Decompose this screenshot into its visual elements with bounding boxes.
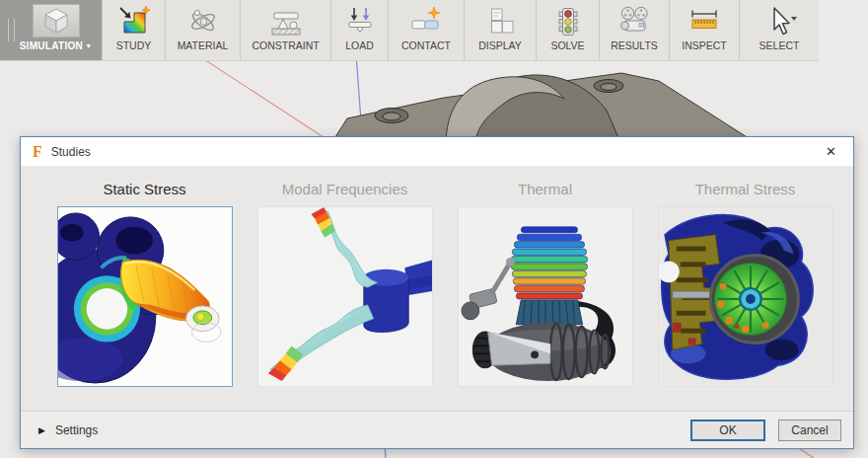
select-icon bbox=[760, 5, 799, 38]
toolbar-item-select[interactable]: SELECT bbox=[740, 0, 819, 60]
toolbar-item-display[interactable]: DISPLAY bbox=[465, 0, 537, 60]
toolbar-item-label: RESULTS bbox=[611, 39, 658, 51]
toolbar-item-material[interactable]: MATERIAL bbox=[166, 0, 241, 60]
toolbar-item-inspect[interactable]: INSPECT bbox=[670, 0, 740, 60]
toolbar-item-label: MATERIAL bbox=[178, 39, 229, 51]
toolbar-item-label: SOLVE bbox=[550, 39, 584, 51]
inspect-icon bbox=[687, 4, 721, 39]
fusion-logo-icon: F bbox=[33, 144, 42, 160]
toolbar-drag-handle[interactable] bbox=[8, 19, 15, 41]
workspace-switch-button[interactable] bbox=[33, 4, 80, 38]
toolbar-item-solve[interactable]: SOLVE bbox=[537, 0, 600, 60]
study-name: Thermal Stress bbox=[695, 181, 796, 197]
load-icon bbox=[343, 4, 377, 39]
toolbar-item-results[interactable]: RESULTS bbox=[600, 0, 670, 60]
tab-simulation[interactable]: SIMULATION ▼ bbox=[0, 0, 103, 60]
app-window: SIMULATION ▼ STUDY bbox=[0, 0, 868, 458]
constraint-icon bbox=[267, 4, 305, 39]
chevron-down-icon bbox=[791, 17, 797, 21]
cancel-button[interactable]: Cancel bbox=[778, 420, 841, 441]
expand-triangle-icon: ▶ bbox=[38, 425, 45, 435]
settings-expander[interactable]: ▶ Settings bbox=[38, 423, 98, 437]
toolbar-item-label: CONSTRAINT bbox=[252, 39, 319, 51]
cube-icon bbox=[36, 6, 76, 36]
settings-label: Settings bbox=[55, 423, 98, 437]
display-icon bbox=[483, 4, 517, 39]
chevron-down-icon: ▼ bbox=[85, 42, 92, 49]
thermal-preview[interactable] bbox=[458, 206, 633, 387]
thermal-stress-preview[interactable] bbox=[658, 206, 833, 387]
toolbar-item-load[interactable]: LOAD bbox=[331, 0, 389, 60]
toolbar-item-study[interactable]: STUDY bbox=[103, 0, 166, 60]
studies-dialog: F Studies ✕ Static Stress bbox=[20, 136, 854, 449]
study-name: Thermal bbox=[518, 181, 572, 197]
study-option-modal-frequencies: Modal Frequencies bbox=[245, 181, 445, 387]
3d-model-bracket bbox=[333, 73, 752, 140]
contact-icon bbox=[407, 4, 445, 39]
dialog-title: Studies bbox=[51, 145, 91, 159]
toolbar-item-contact[interactable]: CONTACT bbox=[389, 0, 465, 60]
simulation-toolbar: SIMULATION ▼ STUDY bbox=[0, 0, 819, 61]
toolbar-item-label: STUDY bbox=[116, 39, 152, 51]
dialog-titlebar: F Studies ✕ bbox=[21, 137, 853, 167]
solve-icon bbox=[551, 4, 585, 39]
toolbar-item-label: SELECT bbox=[760, 39, 800, 51]
toolbar-item-constraint[interactable]: CONSTRAINT bbox=[241, 0, 331, 60]
toolbar-item-label: INSPECT bbox=[682, 39, 727, 51]
close-icon[interactable]: ✕ bbox=[819, 142, 843, 161]
toolbar-item-label: DISPLAY bbox=[478, 39, 522, 51]
dialog-footer: ▶ Settings OK Cancel bbox=[21, 411, 853, 448]
study-option-thermal: Thermal bbox=[445, 181, 645, 387]
results-icon bbox=[615, 4, 653, 39]
study-icon bbox=[117, 4, 151, 39]
study-name: Modal Frequencies bbox=[282, 181, 408, 197]
static-stress-preview[interactable] bbox=[57, 206, 233, 387]
modal-frequencies-preview[interactable] bbox=[257, 206, 433, 387]
ok-button[interactable]: OK bbox=[690, 420, 765, 441]
study-name: Static Stress bbox=[103, 181, 185, 197]
toolbar-item-label: LOAD bbox=[345, 39, 374, 51]
simulation-tab-label: SIMULATION bbox=[20, 40, 83, 51]
toolbar-item-label: CONTACT bbox=[401, 39, 451, 51]
material-icon bbox=[186, 4, 220, 39]
study-type-list: Static Stress bbox=[21, 167, 853, 387]
study-option-static-stress: Static Stress bbox=[44, 181, 245, 387]
study-option-thermal-stress: Thermal Stress bbox=[645, 181, 845, 387]
